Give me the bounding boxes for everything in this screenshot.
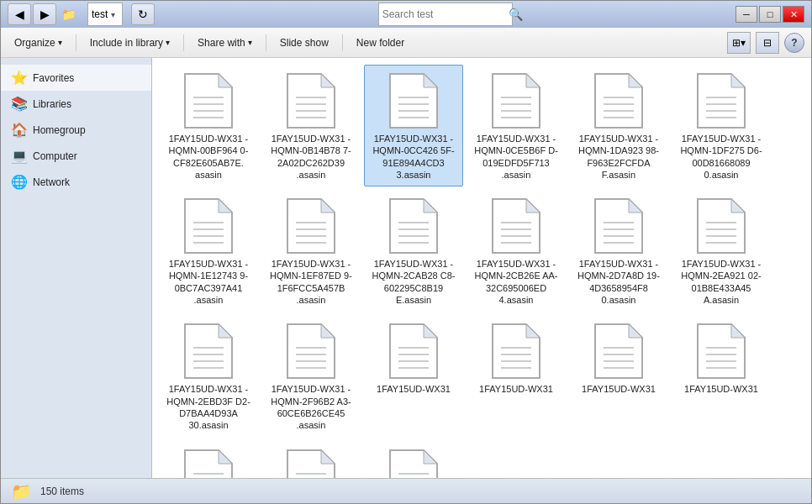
- file-name: 1FAY15UD-WX31 -HQMN-1DA923 98-F963E2FCFD…: [573, 133, 664, 181]
- svg-marker-31: [731, 74, 745, 87]
- svg-marker-79: [321, 324, 335, 338]
- refresh-button[interactable]: ↻: [131, 3, 155, 25]
- status-item-count: 150 items: [40, 486, 84, 497]
- file-icon: [387, 321, 440, 381]
- list-item[interactable]: 1FAY15UD-WX31 -HQMN-0CE5B6F D-019EDFD5F7…: [467, 65, 566, 186]
- file-icon: [182, 321, 235, 381]
- file-name: 1FAY15UD-WX31 -HQMN-2D7A8D 19-4D3658954F…: [573, 258, 664, 306]
- list-item[interactable]: 1FAY15UD-WX31 -HQMN-2CB26E AA-32C695006E…: [467, 190, 566, 312]
- file-icon: [489, 321, 543, 381]
- file-grid: 1FAY15UD-WX31 -HQMN-00BF964 0-CF82E605AB…: [152, 58, 811, 478]
- list-item[interactable]: 1FAY15UD-WX31 -HQMN-00BF964 0-CF82E605AB…: [159, 65, 258, 186]
- list-item[interactable]: 1FAY15UD-WX31: [261, 441, 361, 478]
- minimize-button[interactable]: ─: [736, 6, 757, 23]
- list-item[interactable]: 1FAY15UD-WX31 -HQMN-2EA921 02-01B8E433A4…: [672, 190, 771, 312]
- back-button[interactable]: ◀: [8, 3, 31, 25]
- list-item[interactable]: 1FAY15UD-WX31: [364, 441, 463, 478]
- sidebar-label-computer: Computer: [33, 150, 77, 162]
- sidebar-item-homegroup[interactable]: 🏠 Homegroup: [1, 117, 151, 143]
- list-item[interactable]: 1FAY15UD-WX31 -HQMN-1EF87ED 9-1F6FCC5A45…: [261, 190, 361, 312]
- network-icon: 🌐: [11, 174, 28, 190]
- status-bar: 📁 150 items: [1, 478, 811, 503]
- svg-marker-7: [321, 74, 335, 87]
- view-options-button[interactable]: ⊞▾: [727, 32, 751, 54]
- file-name: 1FAY15UD-WX31 -HQMN-0CC426 5F-91E894A4CD…: [368, 133, 459, 181]
- window: ◀ ▶ 📁 test ▾ ↻ 🔍 ─ □ ✕ Organize ▾: [0, 0, 812, 504]
- title-bar-left: ◀ ▶ 📁 test ▾ ↻: [8, 3, 155, 26]
- file-name: 1FAY15UD-WX31 -HQMN-00BF964 0-CF82E605AB…: [163, 133, 254, 181]
- share-dropdown-icon: ▾: [248, 38, 252, 47]
- maximize-button[interactable]: □: [759, 6, 781, 23]
- address-bar[interactable]: test ▾: [87, 3, 123, 26]
- file-icon: [284, 71, 338, 131]
- sidebar-item-network[interactable]: 🌐 Network: [1, 169, 151, 195]
- main-layout: ⭐ Favorites 📚 Libraries 🏠 Homegroup 💻 Co…: [1, 58, 811, 478]
- svg-marker-37: [219, 199, 232, 213]
- file-icon: [489, 71, 543, 131]
- share-with-button[interactable]: Share with ▾: [191, 34, 259, 52]
- computer-icon: 💻: [11, 148, 28, 164]
- organize-label: Organize: [14, 37, 55, 49]
- organize-dropdown-icon: ▾: [58, 38, 62, 47]
- file-name: 1FAY15UD-WX31 -HQMN-2F96B2 A3-60CE6B26CE…: [266, 383, 356, 431]
- sidebar: ⭐ Favorites 📚 Libraries 🏠 Homegroup 💻 Co…: [1, 58, 152, 478]
- list-item[interactable]: 1FAY15UD-WX31: [467, 315, 566, 437]
- list-item[interactable]: 1FAY15UD-WX31 -HQMN-0B14B78 7-2A02DC262D…: [261, 65, 361, 186]
- file-name: 1FAY15UD-WX31: [684, 383, 758, 395]
- include-dropdown-icon: ▾: [166, 38, 170, 47]
- toolbar-sep-3: [266, 34, 266, 51]
- search-bar[interactable]: 🔍: [378, 3, 513, 26]
- search-icon[interactable]: 🔍: [509, 8, 523, 21]
- list-item[interactable]: 1FAY15UD-WX31 -HQMN-2CAB28 C8-602295C8B1…: [364, 190, 463, 312]
- svg-marker-49: [424, 199, 437, 213]
- libraries-icon: 📚: [11, 96, 28, 112]
- sidebar-item-libraries[interactable]: 📚 Libraries: [1, 91, 151, 117]
- list-item[interactable]: 1FAY15UD-WX31 -HQMN-1E12743 9-0BC7AC397A…: [159, 190, 258, 312]
- list-item[interactable]: 1FAY15UD-WX31: [159, 441, 258, 478]
- list-item[interactable]: 1FAY15UD-WX31 -HQMN-1DF275 D6-00D8166808…: [672, 65, 771, 186]
- file-icon: [182, 447, 235, 478]
- list-item[interactable]: 1FAY15UD-WX31 -HQMN-1DA923 98-F963E2FCFD…: [569, 65, 668, 186]
- list-item[interactable]: 1FAY15UD-WX31: [569, 315, 668, 437]
- include-in-library-button[interactable]: Include in library ▾: [83, 34, 177, 52]
- list-item[interactable]: 1FAY15UD-WX31: [364, 315, 463, 437]
- file-icon: [489, 196, 543, 256]
- list-item[interactable]: 1FAY15UD-WX31 -HQMN-2F96B2 A3-60CE6B26CE…: [261, 315, 361, 437]
- homegroup-icon: 🏠: [11, 122, 28, 138]
- help-button[interactable]: ?: [784, 33, 804, 53]
- sidebar-item-favorites[interactable]: ⭐ Favorites: [1, 65, 151, 91]
- list-item[interactable]: 1FAY15UD-WX31 -HQMN-0CC426 5F-91E894A4CD…: [364, 65, 463, 186]
- search-input[interactable]: [382, 8, 509, 20]
- slide-show-button[interactable]: Slide show: [273, 34, 335, 52]
- file-name: 1FAY15UD-WX31: [479, 383, 553, 395]
- list-item[interactable]: 1FAY15UD-WX31 -HQMN-2D7A8D 19-4D3658954F…: [569, 190, 668, 312]
- window-controls: ─ □ ✕: [736, 6, 804, 23]
- svg-marker-25: [629, 74, 642, 87]
- file-name: 1FAY15UD-WX31: [377, 383, 451, 395]
- list-item[interactable]: 1FAY15UD-WX31: [672, 315, 771, 437]
- file-name: 1FAY15UD-WX31 -HQMN-2CAB28 C8-602295C8B1…: [368, 258, 459, 306]
- new-folder-button[interactable]: New folder: [350, 34, 411, 52]
- file-icon: [592, 196, 646, 256]
- svg-marker-109: [219, 450, 232, 464]
- sidebar-item-computer[interactable]: 💻 Computer: [1, 143, 151, 169]
- file-icon: [694, 196, 748, 256]
- content-area: 1FAY15UD-WX31 -HQMN-00BF964 0-CF82E605AB…: [152, 58, 811, 478]
- list-item[interactable]: 1FAY15UD-WX31 -HQMN-2EBD3F D2-D7BAA4D93A…: [159, 315, 258, 437]
- file-icon: [592, 321, 646, 381]
- close-button[interactable]: ✕: [783, 6, 804, 23]
- forward-button[interactable]: ▶: [33, 3, 56, 25]
- file-icon: [387, 447, 440, 478]
- file-icon: [284, 447, 338, 478]
- file-name: 1FAY15UD-WX31 -HQMN-1E12743 9-0BC7AC397A…: [163, 258, 254, 306]
- share-label: Share with: [198, 37, 245, 49]
- file-icon: [182, 71, 235, 131]
- preview-pane-button[interactable]: ⊟: [756, 32, 779, 54]
- organize-button[interactable]: Organize ▾: [8, 34, 69, 52]
- file-name: 1FAY15UD-WX31 -HQMN-1EF87ED 9-1F6FCC5A45…: [266, 258, 356, 306]
- title-bar: ◀ ▶ 📁 test ▾ ↻ 🔍 ─ □ ✕: [1, 1, 811, 28]
- file-icon: [387, 71, 440, 131]
- file-icon: [182, 196, 235, 256]
- address-dropdown-icon[interactable]: ▾: [108, 8, 119, 21]
- svg-marker-73: [219, 324, 232, 338]
